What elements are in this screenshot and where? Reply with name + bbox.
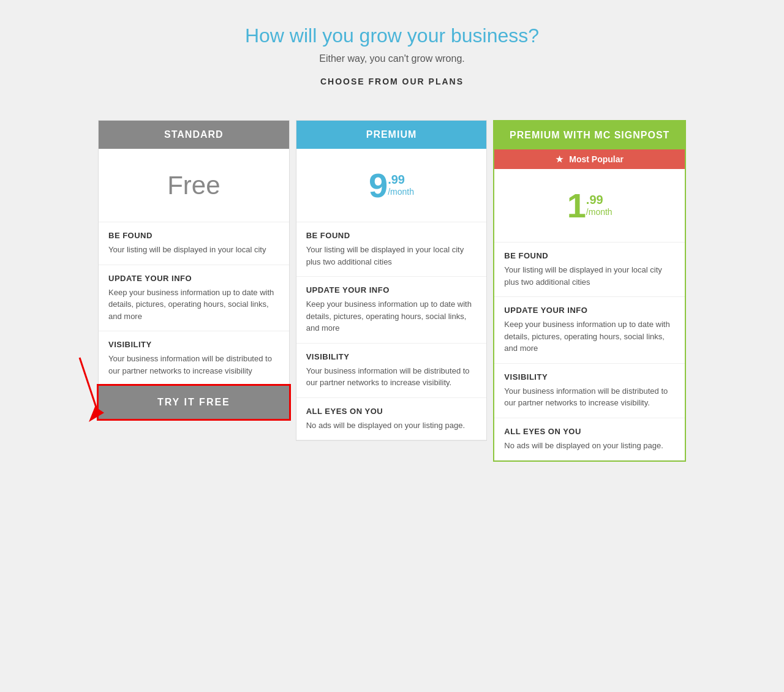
premium-price-cents: .99 xyxy=(388,172,405,187)
premium-mc-price: 1 .99 /month xyxy=(494,169,685,243)
premium-mc-feature-1: UPDATE YOUR INFO Keep your business info… xyxy=(494,297,685,364)
plan-premium: PREMIUM 9 .99 /month BE FOUND Your listi… xyxy=(296,120,488,441)
premium-feature-0: BE FOUND Your listing will be displayed … xyxy=(296,222,487,277)
standard-feature-2: VISIBILITY Your business information wil… xyxy=(99,331,289,386)
premium-price-period: /month xyxy=(388,187,414,197)
premium-mc-feature-2: VISIBILITY Your business information wil… xyxy=(494,364,685,418)
premium-feature-1: UPDATE YOUR INFO Keep your business info… xyxy=(296,277,487,344)
plan-standard: STANDARD Free BE FOUND Your listing will… xyxy=(98,120,290,419)
plan-premium-mc: PREMIUM WITH MC SIGNPOST ★ Most Popular … xyxy=(493,120,686,462)
premium-feature-2: VISIBILITY Your business information wil… xyxy=(296,344,487,398)
plans-container: STANDARD Free BE FOUND Your listing will… xyxy=(98,120,686,462)
page-header: How will you grow your business? Either … xyxy=(245,24,539,102)
premium-mc-feature-3: ALL EYES ON YOU No ads will be displayed… xyxy=(494,418,685,461)
standard-price: Free xyxy=(99,149,289,222)
standard-feature-1: UPDATE YOUR INFO Keep your business info… xyxy=(99,265,289,332)
premium-mc-feature-0: BE FOUND Your listing will be displayed … xyxy=(494,243,685,297)
try-it-free-button[interactable]: TRY IT FREE xyxy=(99,386,289,419)
star-icon: ★ xyxy=(556,154,564,164)
premium-feature-3: ALL EYES ON YOU No ads will be displayed… xyxy=(296,398,487,441)
standard-price-label: Free xyxy=(167,171,220,200)
plans-label: CHOOSE FROM OUR PLANS xyxy=(245,77,539,86)
premium-price: 9 .99 /month xyxy=(296,149,487,222)
premium-mc-price-period: /month xyxy=(586,207,612,217)
premium-mc-price-main: 1 xyxy=(567,189,586,223)
main-title: How will you grow your business? xyxy=(245,24,539,47)
standard-feature-0: BE FOUND Your listing will be displayed … xyxy=(99,222,289,265)
premium-mc-price-cents: .99 xyxy=(586,192,603,207)
svg-line-0 xyxy=(80,358,98,413)
standard-plan-header: STANDARD xyxy=(99,121,289,149)
most-popular-badge: ★ Most Popular xyxy=(494,149,685,169)
subtitle: Either way, you can't grow wrong. xyxy=(245,53,539,64)
premium-mc-plan-header: PREMIUM WITH MC SIGNPOST xyxy=(494,121,685,149)
premium-price-main: 9 xyxy=(369,168,388,203)
premium-plan-header: PREMIUM xyxy=(296,121,487,149)
